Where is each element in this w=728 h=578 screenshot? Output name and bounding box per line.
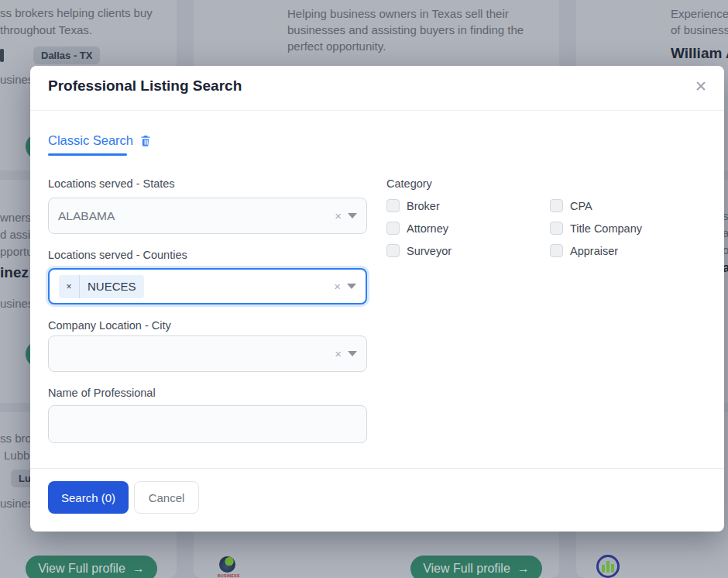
- checkbox-title-company[interactable]: [550, 222, 563, 235]
- card-description-line: perfect opportunity.: [287, 40, 386, 53]
- counties-label: Locations served - Counties: [48, 249, 187, 261]
- selected-county-chip: × NUECES: [59, 275, 144, 298]
- company-logo-caption: BUSINESS: [218, 573, 240, 578]
- card-description-line: throughout Texas.: [0, 23, 92, 36]
- checkbox-label: Appraiser: [570, 245, 618, 257]
- checkbox-label: Surveyor: [407, 245, 452, 257]
- caret-down-icon[interactable]: [347, 270, 356, 303]
- card-description-line: Experienced: [671, 7, 728, 20]
- broker-name: William A: [671, 45, 728, 62]
- company-logo-globe: [219, 556, 235, 573]
- category-option-broker[interactable]: Broker: [386, 199, 440, 212]
- checkbox-appraiser[interactable]: [550, 244, 563, 257]
- search-button[interactable]: Search (0): [48, 481, 129, 514]
- tab-active-underline: [48, 153, 127, 156]
- company-logo-chart: [596, 555, 620, 578]
- category-option-title-company[interactable]: Title Company: [550, 222, 642, 235]
- header-divider: [30, 110, 724, 111]
- card-description-line: Helping business owners in Texas sell th…: [287, 7, 509, 20]
- broker-photo: [595, 6, 658, 74]
- checkbox-label: Title Company: [570, 222, 642, 235]
- close-icon[interactable]: ✕: [690, 75, 712, 97]
- checkbox-broker[interactable]: [386, 199, 400, 212]
- states-value: ALABAMA: [58, 209, 115, 223]
- category-option-attorney[interactable]: Attorney: [386, 222, 448, 235]
- cancel-button[interactable]: Cancel: [134, 481, 199, 514]
- checkbox-label: CPA: [570, 200, 592, 212]
- location-badge: Dallas - TX: [33, 46, 100, 64]
- clear-icon[interactable]: ×: [335, 336, 342, 371]
- arrow-right-icon: →: [132, 562, 145, 576]
- card-description-line: of businesse: [671, 23, 728, 36]
- card-description-line: ss brokers helping clients buy: [0, 6, 153, 19]
- trash-icon[interactable]: [139, 134, 153, 148]
- modal-title: Professional Listing Search: [48, 77, 242, 95]
- card-description-line: pportu: [0, 245, 33, 258]
- text-fragment: [0, 49, 4, 62]
- professional-listing-search-modal: Professional Listing Search ✕ Classic Se…: [30, 66, 724, 532]
- button-label: View Full profile: [423, 562, 510, 576]
- footer-divider: [30, 468, 724, 469]
- category-option-appraiser[interactable]: Appraiser: [550, 244, 618, 257]
- city-label: Company Location - City: [48, 319, 171, 332]
- caret-down-icon[interactable]: [348, 198, 357, 233]
- category-label: Category: [386, 177, 432, 190]
- clear-icon[interactable]: ×: [335, 198, 342, 233]
- category-option-cpa[interactable]: CPA: [550, 199, 592, 212]
- text-fragment: usines: [0, 497, 33, 510]
- checkbox-attorney[interactable]: [386, 222, 400, 235]
- checkbox-label: Broker: [407, 200, 440, 212]
- city-select[interactable]: ×: [48, 335, 367, 372]
- checkbox-surveyor[interactable]: [386, 244, 400, 257]
- view-full-profile-button[interactable]: View Full profile →: [410, 556, 542, 578]
- broker-name: inez: [0, 264, 29, 281]
- checkbox-cpa[interactable]: [550, 199, 563, 212]
- professional-name-input[interactable]: [48, 405, 367, 443]
- caret-down-icon[interactable]: [348, 336, 357, 371]
- page: ss brokers helping clients buy throughou…: [0, 0, 728, 578]
- button-label: View Full profile: [38, 562, 125, 576]
- counties-select[interactable]: × NUECES ×: [48, 268, 367, 304]
- states-label: Locations served - States: [48, 177, 175, 190]
- tab-classic-search[interactable]: Classic Search: [48, 133, 133, 148]
- professional-name-label: Name of Professional: [48, 387, 156, 399]
- text-fragment: usines: [0, 297, 33, 310]
- text-fragment: usines: [0, 73, 33, 86]
- chip-label: NUECES: [80, 275, 144, 298]
- broker-photo: [213, 6, 275, 74]
- category-option-surveyor[interactable]: Surveyor: [386, 244, 452, 257]
- checkbox-label: Attorney: [407, 222, 448, 235]
- clear-icon[interactable]: ×: [334, 270, 341, 303]
- view-full-profile-button[interactable]: View Full profile →: [26, 556, 157, 578]
- states-select[interactable]: ALABAMA ×: [48, 198, 367, 234]
- card-description-line: businesses and assisting buyers in findi…: [287, 23, 524, 36]
- chip-remove-icon[interactable]: ×: [59, 275, 80, 298]
- arrow-right-icon: →: [517, 562, 530, 576]
